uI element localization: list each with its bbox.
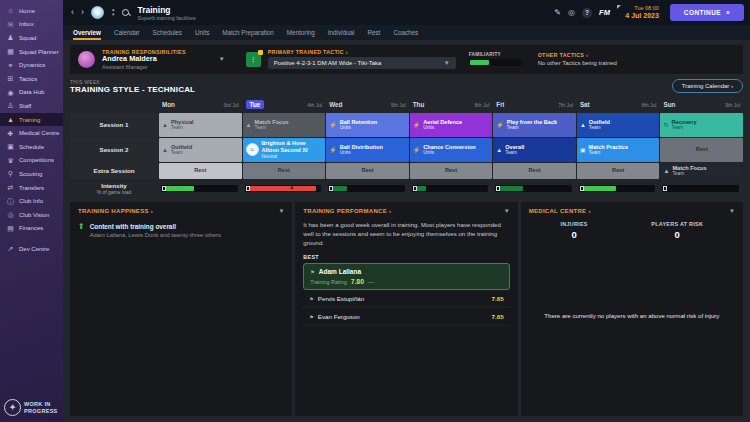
sidebar-item-inbox[interactable]: ✉Inbox (0, 18, 63, 32)
performance-player-row[interactable]: ⚑Evan Ferguson7.65 (303, 308, 509, 326)
session-cell-sun-extra[interactable]: ▲Match FocusTeam (660, 163, 743, 179)
club-badge[interactable] (91, 6, 104, 19)
tab-overview[interactable]: Overview (73, 25, 101, 40)
session-cell-wed-extra[interactable]: Rest (326, 163, 409, 179)
tab-match-preparation[interactable]: Match Preparation (222, 25, 273, 40)
sidebar-item-club-vision[interactable]: ◎Club Vision (0, 208, 63, 222)
session-cell-thu-session2[interactable]: ⚡Chance ConversionUnits (410, 138, 493, 162)
tab-schedules[interactable]: Schedules (153, 25, 182, 40)
intensity-bar-fri[interactable] (495, 185, 572, 192)
other-tactics-heading[interactable]: OTHER TACTICS › (538, 52, 617, 58)
session-cell-tue-session1[interactable]: ▲Match FocusTeam (243, 113, 326, 137)
medical-note: There are currently no players with an a… (529, 312, 735, 321)
session-cell-text: Match PracticeTeam (589, 144, 628, 156)
session-cell-fri-session1[interactable]: ⚡Play from the BackTeam (493, 113, 576, 137)
day-header-fri: Fri7th Jul (493, 98, 576, 112)
training-calendar-button[interactable]: Training Calendar › (672, 79, 743, 93)
session-label: Rest (194, 167, 206, 174)
session-cell-mon-extra[interactable]: Rest (159, 163, 242, 179)
session-cell-sun-session2[interactable]: Rest (660, 138, 743, 162)
intensity-bar-mon[interactable] (161, 185, 238, 192)
edit-icon[interactable]: ✎ (554, 8, 561, 17)
sidebar-item-staff[interactable]: ♙Staff (0, 99, 63, 113)
session-cell-thu-session1[interactable]: ⚡Aerial DefenceUnits (410, 113, 493, 137)
sidebar: ⌂Home✉Inbox♟Squad▦Squad Planner⚭Dynamics… (0, 0, 63, 422)
happiness-heading[interactable]: TRAINING HAPPINESS › (78, 208, 153, 214)
session-label: Brighton & Hove Albion Second XI (262, 140, 323, 153)
work-in-progress-logo: ✦ WORK IN PROGRESS (4, 399, 58, 416)
sidebar-item-club-info[interactable]: ⓘClub Info (0, 194, 63, 208)
search-icon[interactable] (122, 9, 130, 17)
primary-tactic-heading[interactable]: PRIMARY TRAINED TACTIC › (268, 49, 456, 55)
tab-coaches[interactable]: Coaches (393, 25, 418, 40)
primary-tactic-select[interactable]: Positive 4-2-3-1 DM AM Wide - Tiki-Taka … (268, 57, 456, 69)
intensity-bar-wed[interactable] (328, 185, 405, 192)
sidebar-item-competitions[interactable]: ♛Competitions (0, 154, 63, 168)
sidebar-item-dev-centre[interactable]: ↗Dev Centre (0, 242, 63, 256)
sidebar-item-squad-planner[interactable]: ▦Squad Planner (0, 45, 63, 59)
globe-icon[interactable]: ◎ (568, 8, 575, 17)
day-date: 9th Jul (725, 102, 740, 108)
sidebar-item-transfers[interactable]: ⇄Transfers (0, 181, 63, 195)
responsibilities-name[interactable]: Andrea Maldera (102, 55, 186, 64)
session-cell-sun-session1[interactable]: ↻RecoveryTeam (660, 113, 743, 137)
tab-rest[interactable]: Rest (367, 25, 380, 40)
intensity-marker-icon (663, 186, 667, 191)
sidebar-item-schedule[interactable]: ▣Schedule (0, 140, 63, 154)
help-icon[interactable]: ? (582, 8, 592, 18)
session-cell-mon-session2[interactable]: ▲OutfieldTeam (159, 138, 242, 162)
avatar[interactable] (78, 51, 95, 68)
session-cell-fri-extra[interactable]: Rest (493, 163, 576, 179)
session-cell-sat-session1[interactable]: ▲OutfieldTeam (577, 113, 660, 137)
sidebar-item-dynamics[interactable]: ⚭Dynamics (0, 58, 63, 72)
game-datetime[interactable]: Tue 08:00 4 Jul 2023 (617, 4, 662, 22)
session-cell-wed-session2[interactable]: ⚡Ball DistributionUnits (326, 138, 409, 162)
performance-player-row[interactable]: ⚑Pervis Estupiñán7.65 (303, 290, 509, 308)
session-cell-thu-extra[interactable]: Rest (410, 163, 493, 179)
intensity-bar-tue[interactable]: ▲ (245, 185, 322, 192)
intensity-bar-sun[interactable] (662, 185, 739, 192)
session-cell-sat-session2[interactable]: ▣Match PracticeTeam (577, 138, 660, 162)
nav-forward-icon[interactable]: › (81, 8, 84, 17)
sidebar-item-home[interactable]: ⌂Home (0, 4, 63, 18)
medical-heading[interactable]: MEDICAL CENTRE › (529, 208, 591, 214)
tab-calendar[interactable]: Calendar (114, 25, 140, 40)
sidebar-item-medical-centre[interactable]: ✚Medical Centre (0, 126, 63, 140)
week-section: THIS WEEK TRAINING STYLE - TECHNICAL Tra… (70, 79, 743, 197)
dynamics-icon: ⚭ (6, 62, 15, 69)
tab-individual[interactable]: Individual (328, 25, 355, 40)
happiness-collapse-icon[interactable]: ▼ (278, 208, 284, 214)
performance-heading[interactable]: TRAINING PERFORMANCE › (303, 208, 391, 214)
sidebar-item-scouting[interactable]: ⚲Scouting (0, 167, 63, 181)
sidebar-item-finances[interactable]: ▤Finances (0, 222, 63, 236)
session-cell-mon-session1[interactable]: ▲PhysicalTeam (159, 113, 242, 137)
medical-collapse-icon[interactable]: ▼ (729, 208, 735, 214)
session-cell-text: Match FocusTeam (672, 165, 706, 177)
session-cell-wed-session1[interactable]: ⚡Ball RetentionUnits (326, 113, 409, 137)
sidebar-item-squad[interactable]: ♟Squad (0, 31, 63, 45)
intensity-bar-thu[interactable] (412, 185, 489, 192)
intensity-warning-icon: ▲ (289, 184, 294, 191)
opponent-club-badge: ≈ (246, 143, 259, 156)
session-cell-tue-extra[interactable]: Rest (243, 163, 326, 179)
sidebar-item-training[interactable]: ▲Training (0, 113, 63, 127)
intensity-bar-sat[interactable] (579, 185, 656, 192)
performance-collapse-icon[interactable]: ▼ (504, 208, 510, 214)
club-switcher-icon[interactable]: ▲▼ (111, 8, 115, 17)
scouting-icon: ⚲ (6, 170, 15, 177)
continue-button[interactable]: CONTINUE» (670, 4, 744, 21)
session-sub-label: Team (672, 171, 706, 177)
nav-back-icon[interactable]: ‹ (71, 8, 74, 17)
sidebar-item-tactics[interactable]: ⊞Tactics (0, 72, 63, 86)
happiness-item[interactable]: ⬆ Content with training overall Adam Lal… (78, 223, 284, 238)
responsibilities-dropdown-icon[interactable]: ▼ (219, 56, 225, 62)
session-sub-label: Team (171, 150, 192, 156)
tab-mentoring[interactable]: Mentoring (287, 25, 315, 40)
session-cell-fri-session2[interactable]: ▲OverallTeam (493, 138, 576, 162)
sidebar-item-data-hub[interactable]: ◉Data Hub (0, 86, 63, 100)
session-cell-tue-session2[interactable]: ≈Brighton & Hove Albion Second XINeutral (243, 138, 326, 162)
best-player-card[interactable]: ⚑ Adam Lallana Training Rating 7.80 — (303, 263, 509, 290)
session-cell-sat-extra[interactable]: Rest (577, 163, 660, 179)
session-cell-text: Rest (194, 167, 206, 174)
tab-units[interactable]: Units (195, 25, 209, 40)
